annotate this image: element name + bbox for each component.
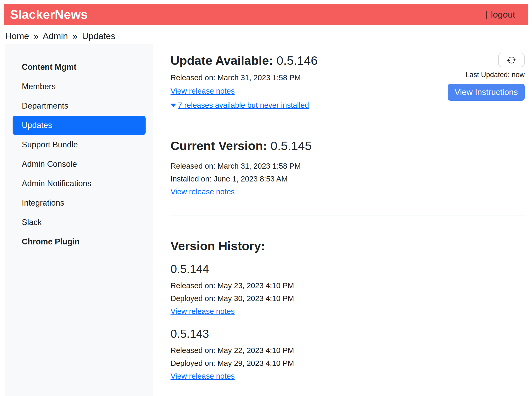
history-version-number: 0.5.143 [171,327,525,340]
admin-sidebar: Content Mgmt Members Departments Updates… [5,44,153,396]
refresh-button[interactable] [498,53,525,67]
update-toolbar: Last Updated: now View Instructions [446,53,525,101]
breadcrumb: Home » Admin » Updates [5,31,532,41]
sidebar-item-slack[interactable]: Slack [13,213,146,232]
history-release-notes-row: View release notes [171,305,525,318]
current-release-notes-link[interactable]: View release notes [171,188,235,196]
current-released-on: Released on: March 31, 2023 1:58 PM [171,160,525,173]
current-version-info: Released on: March 31, 2023 1:58 PM Inst… [171,160,525,198]
version-history-entry: 0.5.144 Released on: May 23, 2023 4:10 P… [171,263,525,318]
update-available-section: Update Available: 0.5.146 Released on: M… [171,49,318,110]
history-release-notes-link[interactable]: View release notes [171,307,235,315]
page-layout: Content Mgmt Members Departments Updates… [0,44,532,396]
history-version-number: 0.5.144 [171,263,525,276]
sidebar-item-integrations[interactable]: Integrations [13,193,146,213]
history-deployed-on: Deployed on: May 30, 2023 4:10 PM [171,292,525,305]
update-available-row: Update Available: 0.5.146 Released on: M… [171,49,525,110]
logout-area: | logout [486,9,515,20]
update-available-version: 0.5.146 [276,53,318,67]
history-released-on: Released on: May 22, 2023 4:10 PM [171,344,525,357]
update-available-label: Update Available: [171,53,273,67]
history-release-notes-link[interactable]: View release notes [171,372,235,380]
arrow-repeat-icon [507,56,516,65]
logout-link[interactable]: logout [491,9,515,20]
section-divider [171,122,525,122]
update-released-on: Released on: March 31, 2023 1:58 PM [171,73,318,82]
main-content: Update Available: 0.5.146 Released on: M… [153,44,532,396]
update-available-title: Update Available: 0.5.146 [171,53,318,68]
releases-toggle-row: 7 releases available but never installed [171,101,318,110]
sidebar-item-admin-notifications[interactable]: Admin Notifications [13,174,146,193]
last-updated-text: Last Updated: now [466,71,525,79]
section-divider [171,216,525,216]
version-history-title: Version History: [171,239,525,253]
update-release-notes-row: View release notes [171,87,318,95]
top-header-bar: SlackerNews | logout [4,4,528,25]
breadcrumb-home[interactable]: Home [5,31,29,41]
breadcrumb-separator: » [34,31,39,41]
breadcrumb-admin[interactable]: Admin [43,31,68,41]
sidebar-item-chrome-plugin[interactable]: Chrome Plugin [13,232,146,251]
brand-link[interactable]: SlackerNews [10,7,88,22]
sidebar-item-updates[interactable]: Updates [13,116,146,135]
releases-toggle-label: 7 releases available but never installed [178,101,309,110]
sidebar-item-admin-console[interactable]: Admin Console [13,154,146,174]
view-instructions-button[interactable]: View Instructions [448,84,525,101]
current-version-number: 0.5.145 [270,139,312,153]
sidebar-item-departments[interactable]: Departments [13,96,146,116]
history-entry-info: Released on: May 22, 2023 4:10 PM Deploy… [171,344,525,383]
sidebar-item-members[interactable]: Members [13,77,146,96]
history-released-on: Released on: May 23, 2023 4:10 PM [171,279,525,292]
current-version-section: Current Version: 0.5.145 Released on: Ma… [171,138,525,198]
releases-toggle-link[interactable]: 7 releases available but never installed [171,101,309,110]
current-release-notes-row: View release notes [171,185,525,198]
logout-separator: | [486,9,488,20]
sidebar-item-content-mgmt[interactable]: Content Mgmt [13,57,146,77]
history-entry-info: Released on: May 23, 2023 4:10 PM Deploy… [171,279,525,318]
current-version-title: Current Version: 0.5.145 [171,138,525,153]
update-release-notes-link[interactable]: View release notes [171,87,235,95]
history-deployed-on: Deployed on: May 29, 2023 4:10 PM [171,357,525,370]
version-history-entry: 0.5.143 Released on: May 22, 2023 4:10 P… [171,327,525,383]
breadcrumb-updates: Updates [82,31,115,41]
breadcrumb-separator: » [72,31,77,41]
history-release-notes-row: View release notes [171,370,525,383]
version-history-section: Version History: 0.5.144 Released on: Ma… [171,239,525,383]
current-version-label: Current Version: [171,139,267,153]
sidebar-item-support-bundle[interactable]: Support Bundle [13,135,146,154]
caret-down-icon [171,104,176,107]
current-installed-on: Installed on: June 1, 2023 8:53 AM [171,173,525,185]
